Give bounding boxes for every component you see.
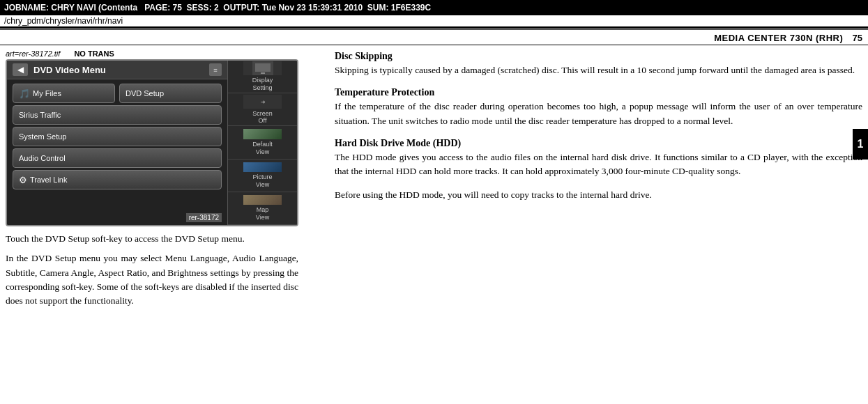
art-label: art=rer-38172.tif NO TRANS	[6, 49, 326, 58]
dvd-right-panel: DisplaySetting ➜ ScreenOff DefaultView P…	[227, 61, 297, 225]
dvd-audio-control-button[interactable]: Audio Control	[13, 148, 222, 168]
screen-off-thumb: ➜	[243, 95, 282, 109]
header-sess: SESS: 2	[187, 3, 219, 13]
dvd-sirius-label: Sirius Traffic	[19, 111, 61, 119]
caption-para2: In the DVD Setup menu you may select Men…	[6, 251, 298, 308]
hdd-title: Hard Disk Drive Mode (HDD)	[335, 138, 862, 149]
page-number: 75	[847, 33, 862, 43]
dvd-scroll-button[interactable]: ≡	[209, 63, 222, 76]
header-sum: SUM: 1F6E339C	[367, 3, 431, 13]
hdd-body: The HDD mode gives you access to the aud…	[335, 150, 862, 179]
dvd-left-panel: ◀ DVD Video Menu ≡ 🎵 My Files DVD Setup	[7, 61, 227, 225]
display-setting-label: DisplaySetting	[252, 77, 273, 92]
svg-text:➜: ➜	[260, 99, 265, 105]
hdd-section: Hard Disk Drive Mode (HDD) The HDD mode …	[335, 138, 862, 179]
dvd-menu-row-2: Sirius Traffic	[13, 105, 222, 125]
map-view-label: MapView	[256, 206, 269, 222]
dvd-sirius-traffic-button[interactable]: Sirius Traffic	[13, 105, 222, 125]
default-view-thumb	[243, 129, 282, 139]
disc-skipping-title: Disc Skipping	[335, 51, 862, 62]
dvd-system-setup-button[interactable]: System Setup	[13, 127, 222, 146]
dvd-travel-link-button[interactable]: ⚙ Travel Link	[13, 170, 222, 189]
dvd-display-setting[interactable]: DisplaySetting	[228, 61, 297, 93]
disc-skipping-section: Disc Skipping Skipping is typically caus…	[335, 51, 862, 77]
sub-header: /chry_pdm/chrysler/navi/rhr/navi	[0, 15, 868, 28]
travel-link-icon: ⚙	[19, 175, 27, 185]
disc-skipping-body: Skipping is typically caused by a damage…	[335, 63, 862, 77]
dvd-picture-view[interactable]: PictureView	[228, 160, 297, 192]
dvd-my-files-button[interactable]: 🎵 My Files	[13, 84, 115, 103]
dvd-system-setup-label: System Setup	[19, 132, 66, 141]
dvd-title-bar: ◀ DVD Video Menu ≡	[7, 61, 227, 79]
default-view-label: DefaultView	[252, 141, 273, 156]
map-view-thumb	[243, 195, 282, 205]
picture-view-label: PictureView	[252, 173, 272, 189]
dvd-audio-control-label: Audio Control	[19, 154, 66, 162]
main-content: art=rer-38172.tif NO TRANS ◀ DVD Video M…	[0, 45, 868, 400]
dvd-ref-label: rer-38172	[186, 213, 222, 222]
hdd-copy-body: Before using the HDD mode, you will need…	[335, 188, 862, 202]
temperature-protection-section: Temperature Protection If the temperatur…	[335, 87, 862, 128]
dvd-my-files-label: My Files	[33, 89, 61, 98]
screen-off-label: ScreenOff	[252, 110, 273, 125]
art-note: NO TRANS	[74, 49, 114, 58]
sub-header-path: /chry_pdm/chrysler/navi/rhr/navi	[4, 16, 123, 26]
header-bar: JOBNAME: CHRY NAVI (Contenta PAGE: 75 SE…	[0, 0, 868, 15]
header-page: PAGE: 75	[144, 3, 182, 13]
right-column: Disc Skipping Skipping is typically caus…	[335, 49, 862, 396]
header-jobname: JOBNAME: CHRY NAVI (Contenta	[4, 3, 137, 13]
caption-text: Touch the DVD Setup soft-key to access t…	[6, 232, 298, 308]
hdd-copy-section: Before using the HDD mode, you will need…	[335, 188, 862, 202]
dvd-travel-link-label: Travel Link	[30, 176, 67, 184]
dvd-menu-row-4: Audio Control	[13, 148, 222, 168]
dvd-setup-button[interactable]: DVD Setup	[119, 84, 222, 103]
temperature-protection-body: If the temperature of the disc reader du…	[335, 100, 862, 128]
dvd-screen: ◀ DVD Video Menu ≡ 🎵 My Files DVD Setup	[6, 59, 298, 226]
media-center-title: MEDIA CENTER 730N (RHR)	[714, 33, 843, 43]
dvd-map-view[interactable]: MapView	[228, 192, 297, 225]
dvd-title: DVD Video Menu	[33, 65, 204, 75]
svg-rect-2	[261, 72, 265, 74]
page-header-right: MEDIA CENTER 730N (RHR) 75	[714, 33, 862, 43]
caption-para1: Touch the DVD Setup soft-key to access t…	[6, 232, 298, 246]
art-file: art=rer-38172.tif	[6, 49, 60, 58]
dvd-screen-off[interactable]: ➜ ScreenOff	[228, 93, 297, 126]
temperature-protection-title: Temperature Protection	[335, 87, 862, 98]
dvd-back-button[interactable]: ◀	[13, 63, 28, 76]
dvd-menu-items: 🎵 My Files DVD Setup Sirius Traffic	[7, 79, 227, 194]
picture-view-thumb	[243, 162, 282, 173]
chapter-tab: 1	[853, 129, 868, 160]
my-files-icon: 🎵	[19, 88, 30, 99]
dvd-setup-label: DVD Setup	[125, 89, 164, 98]
dvd-menu-row-5: ⚙ Travel Link	[13, 170, 222, 189]
left-column: art=rer-38172.tif NO TRANS ◀ DVD Video M…	[6, 49, 326, 396]
header-output: OUTPUT: Tue Nov 23 15:39:31 2010	[223, 3, 363, 13]
display-setting-thumb	[243, 61, 282, 75]
dvd-menu-row-1: 🎵 My Files DVD Setup	[13, 84, 222, 103]
page-header: MEDIA CENTER 730N (RHR) 75	[0, 30, 868, 45]
dvd-default-view[interactable]: DefaultView	[228, 126, 297, 159]
dvd-menu-row-3: System Setup	[13, 127, 222, 146]
svg-rect-1	[255, 63, 271, 72]
